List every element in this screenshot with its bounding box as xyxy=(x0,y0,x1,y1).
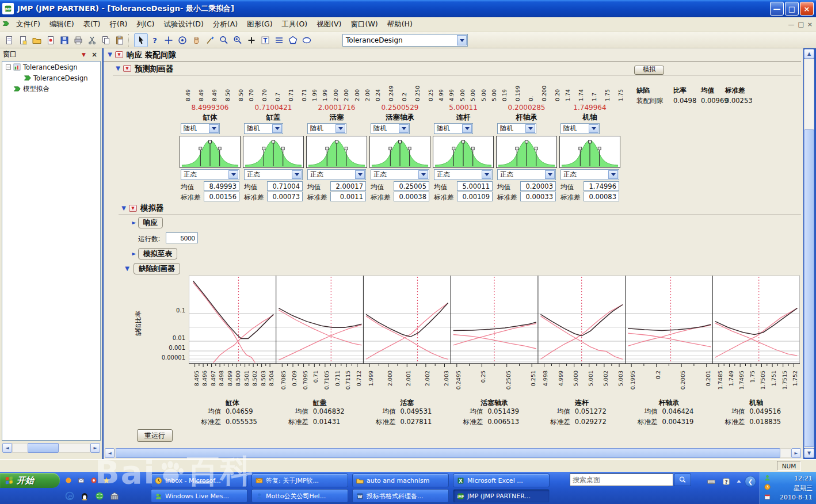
menu-图形(G)[interactable]: 图形(G) xyxy=(242,18,277,31)
menu-行(R)[interactable]: 行(R) xyxy=(105,18,132,31)
menu-视图(V)[interactable]: 视图(V) xyxy=(312,18,346,31)
close-button[interactable]: × xyxy=(800,2,814,16)
open-icon[interactable] xyxy=(30,33,44,47)
distribution-mode-select[interactable]: 随机 xyxy=(371,123,410,134)
copy-icon[interactable] xyxy=(99,33,113,47)
distribution-shape-select[interactable]: 正态 xyxy=(560,169,619,180)
collapse-tray-button[interactable]: ❮ xyxy=(745,476,756,487)
factor-distribution-plot[interactable] xyxy=(496,136,557,168)
polygon-tool-icon[interactable] xyxy=(286,33,300,47)
move-tool-icon[interactable] xyxy=(162,33,176,47)
expander-icon[interactable]: − xyxy=(6,64,11,70)
taskbar-button[interactable]: XMicrosoft Excel ... xyxy=(453,474,550,487)
std-input[interactable]: 0.00156 xyxy=(204,192,239,201)
distribution-mode-select[interactable]: 随机 xyxy=(497,123,536,134)
defect-profiler-disclosure-icon[interactable]: ▼ xyxy=(123,265,131,272)
chevron-down-icon[interactable] xyxy=(457,35,467,45)
distribution-mode-select[interactable]: 随机 xyxy=(560,123,600,134)
factor-distribution-plot[interactable] xyxy=(180,136,241,168)
ie-icon[interactable]: e xyxy=(64,491,75,503)
profiler-menu-icon[interactable]: ▼ xyxy=(123,65,131,72)
menu-列(C)[interactable]: 列(C) xyxy=(132,18,159,31)
taskbar-button[interactable]: 答复: 关于JMP软... xyxy=(251,474,348,487)
chevron-down-icon[interactable] xyxy=(525,124,535,133)
std-input[interactable]: 0.0011 xyxy=(330,192,366,201)
lines-tool-icon[interactable] xyxy=(272,33,286,47)
mean-input[interactable]: 0.20003 xyxy=(520,181,556,191)
new-data-table-icon[interactable] xyxy=(2,33,16,47)
magnifier-tool-icon[interactable] xyxy=(217,33,231,47)
distribution-shape-select[interactable]: 正态 xyxy=(244,169,303,180)
factor-distribution-plot[interactable] xyxy=(369,136,430,168)
help-icon[interactable]: ? xyxy=(722,477,731,488)
mean-input[interactable]: 2.00017 xyxy=(330,181,366,191)
std-input[interactable]: 0.00073 xyxy=(267,192,303,201)
expand-tray-icon[interactable] xyxy=(734,477,743,488)
menu-工具(O)[interactable]: 工具(O) xyxy=(277,18,312,31)
panel-menu-icon[interactable]: ▼ xyxy=(78,52,89,58)
zoom-tool-icon[interactable] xyxy=(231,33,245,47)
table-combobox[interactable]: ToleranceDesign xyxy=(342,34,468,47)
distribution-shape-select[interactable]: 正态 xyxy=(371,169,429,180)
menu-表(T)[interactable]: 表(T) xyxy=(79,18,105,31)
grabber-tool-icon[interactable] xyxy=(189,33,203,47)
profiler-disclosure-icon[interactable]: ▼ xyxy=(114,65,122,71)
new-journal-icon[interactable] xyxy=(16,33,30,47)
arrow-tool-icon[interactable] xyxy=(134,33,148,47)
chevron-down-icon[interactable] xyxy=(545,170,555,179)
responses-disclosure-icon[interactable]: ► xyxy=(130,219,138,226)
chevron-down-icon[interactable] xyxy=(209,124,219,133)
text-tool-icon[interactable]: T xyxy=(258,33,272,47)
brush-tool-icon[interactable] xyxy=(203,33,217,47)
mean-input[interactable]: 0.25005 xyxy=(394,181,429,191)
tree-item-ToleranceDesign[interactable]: −ToleranceDesign xyxy=(2,62,100,72)
distribution-mode-select[interactable]: 随机 xyxy=(434,123,473,134)
chevron-down-icon[interactable] xyxy=(589,124,598,133)
response-menu-icon[interactable]: ▼ xyxy=(115,51,123,58)
sphere-icon[interactable] xyxy=(94,491,105,503)
mdi-close-button[interactable]: × xyxy=(807,21,813,28)
simulator-disclosure-icon[interactable]: ▼ xyxy=(120,205,128,211)
mean-input[interactable]: 8.49993 xyxy=(204,181,239,191)
response-disclosure-icon[interactable]: ▼ xyxy=(106,51,114,58)
taskbar-button[interactable]: W投标书格式科理备... xyxy=(352,489,449,503)
chevron-down-icon[interactable] xyxy=(399,124,409,133)
qq-icon[interactable] xyxy=(79,491,90,503)
rerun-button[interactable]: 重运行 xyxy=(137,429,173,442)
mean-input[interactable]: 1.74996 xyxy=(584,181,619,191)
print-icon[interactable] xyxy=(71,33,85,47)
chevron-down-icon[interactable] xyxy=(608,170,618,179)
quick-launch-icon-4[interactable] xyxy=(102,476,110,486)
chevron-down-icon[interactable] xyxy=(272,124,282,133)
menu-帮助(H)[interactable]: 帮助(H) xyxy=(383,18,417,31)
cut-icon[interactable] xyxy=(85,33,99,47)
menu-编辑(E)[interactable]: 编辑(E) xyxy=(45,18,79,31)
taskbar-button[interactable]: Motto公关公司Hel... xyxy=(251,489,348,503)
chevron-down-icon[interactable] xyxy=(418,170,428,179)
keyboard-icon[interactable] xyxy=(707,477,716,488)
oval-tool-icon[interactable] xyxy=(300,33,314,47)
paste-icon[interactable] xyxy=(113,33,127,47)
distribution-shape-select[interactable]: 正态 xyxy=(181,169,239,180)
new-script-icon[interactable] xyxy=(44,33,58,47)
chevron-down-icon[interactable] xyxy=(482,170,491,179)
menu-文件(F)[interactable]: 文件(F) xyxy=(12,18,45,31)
bullseye-tool-icon[interactable] xyxy=(176,33,189,47)
taskbar-button[interactable]: Inbox - Microsof... xyxy=(151,474,247,487)
quick-launch-icon-1[interactable] xyxy=(64,476,73,486)
simulator-menu-icon[interactable]: ▼ xyxy=(129,205,137,212)
runs-input[interactable] xyxy=(166,232,198,243)
factor-distribution-plot[interactable] xyxy=(559,136,620,168)
simulate-to-table-button[interactable]: 模拟至表 xyxy=(138,248,177,259)
factor-distribution-plot[interactable] xyxy=(433,136,494,168)
crosshair-tool-icon[interactable] xyxy=(245,33,258,47)
tree-item-模型拟合[interactable]: 模型拟合 xyxy=(2,83,100,94)
std-input[interactable]: 0.00109 xyxy=(457,192,493,201)
factor-distribution-plot[interactable] xyxy=(306,136,367,168)
bank-icon[interactable] xyxy=(109,491,120,503)
mdi-restore-button[interactable]: □ xyxy=(798,21,803,28)
taskbar-button[interactable]: Windows Live Mes... xyxy=(151,489,247,503)
minimize-button[interactable]: — xyxy=(770,2,784,16)
quick-launch-icon-2[interactable] xyxy=(77,476,85,486)
desktop-search-input[interactable] xyxy=(570,474,673,486)
